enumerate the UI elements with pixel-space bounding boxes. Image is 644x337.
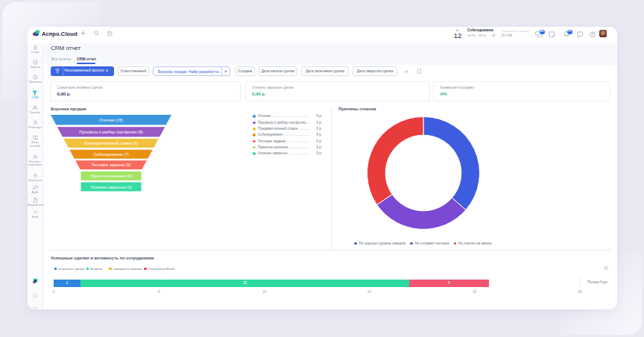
svg-text:Собеседование (7): Собеседование (7) [93,152,129,157]
svg-text:Отклики (15): Отклики (15) [99,118,123,122]
svg-text:Принятие решения (4): Принятие решения (4) [89,174,131,178]
svg-text:Предварительный созвон (6): Предварительный созвон (6) [83,141,137,145]
svg-text:Успешно закрытые (3): Успешно закрытые (3) [90,185,132,189]
svg-text:Просмотр и разбор портфолио (8: Просмотр и разбор портфолио (8) [79,130,143,134]
svg-text:Тестовое задание (5): Тестовое задание (5) [91,163,130,167]
